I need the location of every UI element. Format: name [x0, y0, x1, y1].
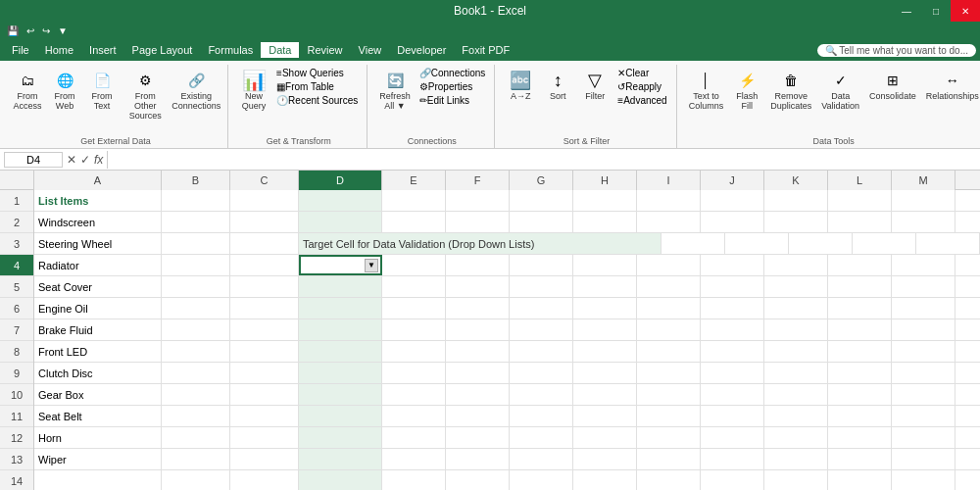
- maximize-button[interactable]: □: [921, 0, 951, 22]
- recent-sources-button[interactable]: 🕐 Recent Sources: [273, 94, 361, 107]
- cell-e11[interactable]: [382, 406, 446, 426]
- cell-e8[interactable]: [382, 341, 446, 362]
- cell-i9[interactable]: [637, 363, 701, 383]
- cell-i8[interactable]: [637, 341, 701, 362]
- cell-m10[interactable]: [892, 384, 956, 405]
- cell-c11[interactable]: [230, 406, 299, 426]
- cell-g11[interactable]: [510, 406, 573, 426]
- cell-d12[interactable]: [299, 427, 382, 448]
- cell-g13[interactable]: [510, 449, 573, 469]
- cell-f6[interactable]: [446, 298, 510, 318]
- col-header-j[interactable]: J: [701, 171, 764, 190]
- cell-h9[interactable]: [573, 363, 637, 383]
- cell-k7[interactable]: [764, 319, 828, 340]
- cell-i3[interactable]: [662, 233, 725, 254]
- col-header-e[interactable]: E: [382, 171, 446, 190]
- cell-h5[interactable]: [573, 276, 637, 297]
- col-header-i[interactable]: I: [637, 171, 701, 190]
- row-num-6[interactable]: 6: [0, 298, 33, 319]
- cell-d5[interactable]: [299, 276, 382, 297]
- cell-a5[interactable]: Seat Cover: [34, 276, 162, 297]
- cell-l7[interactable]: [828, 319, 892, 340]
- cell-j5[interactable]: [701, 276, 764, 297]
- cell-j14[interactable]: [701, 470, 764, 490]
- cell-i7[interactable]: [637, 319, 701, 340]
- flash-fill-button[interactable]: ⚡ FlashFill: [729, 67, 764, 114]
- row-num-14[interactable]: 14: [0, 470, 33, 490]
- cell-m7[interactable]: [892, 319, 956, 340]
- cell-h13[interactable]: [573, 449, 637, 469]
- cell-b9[interactable]: [162, 363, 230, 383]
- undo-quick-btn[interactable]: ↩: [24, 24, 37, 37]
- tell-me-input[interactable]: 🔍 Tell me what you want to do...: [817, 44, 976, 57]
- refresh-all-button[interactable]: 🔄 RefreshAll ▼: [375, 67, 415, 114]
- cell-m2[interactable]: [892, 212, 956, 232]
- cell-l6[interactable]: [828, 298, 892, 318]
- col-header-h[interactable]: H: [573, 171, 637, 190]
- row-num-13[interactable]: 13: [0, 449, 33, 470]
- cell-c2[interactable]: [230, 212, 299, 232]
- cell-m12[interactable]: [892, 427, 956, 448]
- cell-e12[interactable]: [382, 427, 446, 448]
- cell-l12[interactable]: [828, 427, 892, 448]
- cell-b12[interactable]: [162, 427, 230, 448]
- cell-c7[interactable]: [230, 319, 299, 340]
- from-access-button[interactable]: 🗂 FromAccess: [10, 67, 45, 114]
- cell-b3[interactable]: [162, 233, 230, 254]
- formula-confirm-icon[interactable]: ✓: [80, 153, 90, 167]
- cell-b5[interactable]: [162, 276, 230, 297]
- cell-j13[interactable]: [701, 449, 764, 469]
- cell-g4[interactable]: [510, 255, 573, 275]
- cell-e13[interactable]: [382, 449, 446, 469]
- menu-file[interactable]: File: [4, 42, 37, 58]
- properties-button[interactable]: ⚙ Properties: [416, 80, 489, 93]
- cell-b10[interactable]: [162, 384, 230, 405]
- cell-a12[interactable]: Horn: [34, 427, 162, 448]
- cell-g14[interactable]: [510, 470, 573, 490]
- cell-k10[interactable]: [764, 384, 828, 405]
- cell-e1[interactable]: [382, 190, 446, 211]
- cell-l9[interactable]: [828, 363, 892, 383]
- cell-reference-input[interactable]: [4, 152, 63, 168]
- cell-f12[interactable]: [446, 427, 510, 448]
- cell-i14[interactable]: [637, 470, 701, 490]
- cell-e4[interactable]: [382, 255, 446, 275]
- col-header-c[interactable]: C: [230, 171, 299, 190]
- menu-developer[interactable]: Developer: [389, 42, 454, 58]
- cell-m4[interactable]: [892, 255, 956, 275]
- cell-d6[interactable]: [299, 298, 382, 318]
- cell-k2[interactable]: [764, 212, 828, 232]
- cell-f7[interactable]: [446, 319, 510, 340]
- cell-i1[interactable]: [637, 190, 701, 211]
- cell-m6[interactable]: [892, 298, 956, 318]
- col-header-b[interactable]: B: [162, 171, 230, 190]
- formula-cancel-icon[interactable]: ✕: [67, 153, 76, 167]
- menu-page-layout[interactable]: Page Layout: [124, 42, 201, 58]
- new-query-button[interactable]: 📊 NewQuery: [236, 67, 271, 114]
- cell-k4[interactable]: [764, 255, 828, 275]
- cell-c9[interactable]: [230, 363, 299, 383]
- cell-j12[interactable]: [701, 427, 764, 448]
- relationships-button[interactable]: ↔ Relationships: [922, 67, 980, 104]
- sort-az-button[interactable]: 🔤 A→Z: [503, 67, 538, 104]
- cell-j2[interactable]: [701, 212, 764, 232]
- menu-view[interactable]: View: [351, 42, 390, 58]
- cell-g1[interactable]: [510, 190, 573, 211]
- cell-m9[interactable]: [892, 363, 956, 383]
- row-num-1[interactable]: 1: [0, 190, 33, 212]
- cell-g10[interactable]: [510, 384, 573, 405]
- cell-e5[interactable]: [382, 276, 446, 297]
- menu-data[interactable]: Data: [261, 42, 299, 58]
- cell-f10[interactable]: [446, 384, 510, 405]
- cell-h7[interactable]: [573, 319, 637, 340]
- cell-m1[interactable]: [892, 190, 956, 211]
- row-num-5[interactable]: 5: [0, 276, 33, 298]
- from-table-button[interactable]: ▦ From Table: [273, 80, 361, 93]
- cell-d10[interactable]: [299, 384, 382, 405]
- cell-g9[interactable]: [510, 363, 573, 383]
- col-header-d[interactable]: D: [299, 171, 382, 190]
- edit-links-button[interactable]: ✏ Edit Links: [416, 94, 489, 107]
- cell-h6[interactable]: [573, 298, 637, 318]
- col-header-l[interactable]: L: [828, 171, 892, 190]
- cell-e2[interactable]: [382, 212, 446, 232]
